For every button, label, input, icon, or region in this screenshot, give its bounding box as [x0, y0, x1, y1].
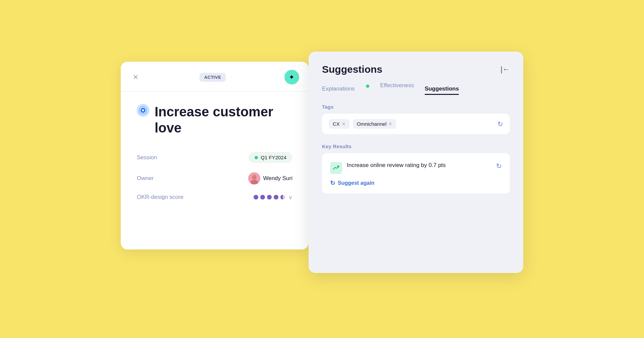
svg-point-8 [253, 175, 256, 179]
owner-name: Wendy Suri [263, 175, 292, 182]
key-result-item: Increase online review rating by 0.7 pts… [330, 161, 502, 174]
close-button[interactable]: ✕ [130, 72, 141, 82]
session-label: Session [137, 154, 157, 161]
score-dot-4 [274, 195, 278, 200]
owner-label: Owner [137, 175, 154, 182]
key-results-container: Increase online review rating by 0.7 pts… [322, 153, 510, 193]
tag-omnichannel-remove[interactable]: ✕ [388, 121, 392, 126]
sparkle-icon: ✦ [289, 73, 294, 81]
active-badge: ACTIVE [200, 73, 226, 82]
tags-container: CX ✕ Omnichannel ✕ ↻ [322, 114, 510, 134]
objective-title-text: Increase customer love [155, 104, 292, 136]
kr-refresh-button[interactable]: ↻ [496, 162, 502, 170]
owner-value: Wendy Suri [248, 172, 292, 184]
session-pill: Q1 FY2024 [249, 152, 292, 163]
sparkle-button[interactable]: ✦ [284, 70, 299, 84]
tabs-container: Explanations Effectiveness Suggestions [322, 84, 510, 96]
score-dot-1 [254, 195, 258, 200]
suggestions-panel: Suggestions |← Explanations Effectivenes… [309, 52, 523, 273]
card-header: ✕ ACTIVE ✦ [121, 62, 309, 92]
tab-suggestions[interactable]: Suggestions [425, 86, 459, 95]
panel-header: Suggestions |← [322, 64, 510, 75]
effectiveness-indicator-dot [366, 84, 369, 88]
tab-effectiveness[interactable]: Effectiveness [380, 82, 414, 92]
session-dot [255, 156, 258, 159]
key-results-section-label: Key Results [322, 144, 510, 149]
session-value: Q1 FY2024 [249, 152, 292, 163]
tag-omnichannel: Omnichannel ✕ [353, 119, 396, 129]
suggest-again-label: Suggest again [338, 180, 374, 186]
tag-cx-remove[interactable]: ✕ [342, 121, 345, 126]
score-dot-2 [260, 195, 265, 200]
score-chevron[interactable]: ∨ [288, 194, 292, 201]
tab-explanations[interactable]: Explanations [322, 86, 355, 95]
suggest-again-button[interactable]: ↻ Suggest again [330, 179, 502, 187]
avatar [248, 172, 260, 184]
tag-cx: CX ✕ [329, 119, 350, 129]
score-dot-5 [280, 195, 285, 200]
session-text: Q1 FY2024 [261, 155, 286, 160]
suggest-again-icon: ↻ [330, 179, 335, 187]
okr-score-row: OKR-design score ∨ [137, 194, 292, 201]
svg-point-3 [142, 109, 144, 111]
okr-score-label: OKR-design score [137, 194, 183, 201]
kr-trend-icon [330, 162, 342, 174]
tag-cx-label: CX [333, 121, 340, 127]
meta-rows: Session Q1 FY2024 Owner [137, 152, 292, 201]
tag-omnichannel-label: Omnichannel [357, 121, 386, 127]
objective-card: ✕ ACTIVE ✦ Increase customer love [121, 62, 309, 249]
collapse-button[interactable]: |← [500, 65, 510, 74]
card-body: Increase customer love Session Q1 FY2024… [121, 92, 309, 211]
tags-refresh-button[interactable]: ↻ [497, 120, 503, 128]
objective-title-row: Increase customer love [137, 104, 292, 136]
score-dot-3 [267, 195, 272, 200]
panel-title: Suggestions [322, 64, 382, 75]
tags-section-label: Tags [322, 104, 510, 110]
target-icon [137, 104, 149, 117]
session-row: Session Q1 FY2024 [137, 152, 292, 163]
owner-row: Owner Wendy Suri [137, 172, 292, 184]
kr-text: Increase online review rating by 0.7 pts [347, 161, 491, 170]
okr-score-dots: ∨ [254, 194, 292, 201]
